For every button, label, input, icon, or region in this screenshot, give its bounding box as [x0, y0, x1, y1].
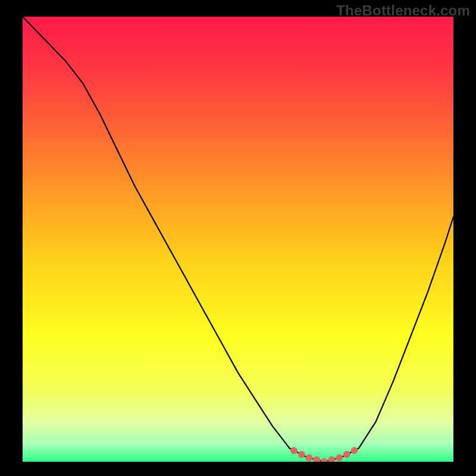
optimal-marker [343, 451, 350, 458]
chart-plot-area [23, 17, 453, 462]
watermark-text: TheBottleneck.com [336, 2, 470, 19]
optimal-marker [314, 456, 320, 462]
optimal-marker [328, 456, 335, 462]
gradient-background [23, 17, 453, 462]
bottleneck-chart [23, 17, 453, 462]
optimal-marker [306, 455, 312, 461]
optimal-marker [291, 447, 298, 454]
optimal-marker [351, 447, 358, 454]
optimal-marker [298, 451, 305, 458]
optimal-marker [336, 455, 343, 461]
chart-frame: TheBottleneck.com [0, 0, 476, 476]
